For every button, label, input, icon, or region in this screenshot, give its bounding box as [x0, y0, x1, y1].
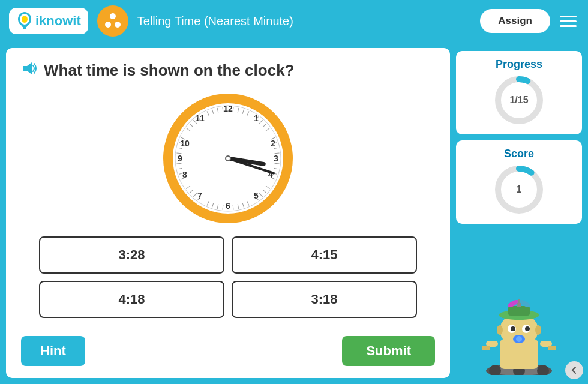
- menu-button[interactable]: [557, 13, 579, 29]
- score-label: Score: [504, 148, 534, 160]
- mascot-area: [477, 230, 561, 375]
- svg-text:9: 9: [178, 154, 182, 163]
- svg-rect-5: [23, 27, 26, 29]
- svg-point-7: [105, 22, 111, 28]
- question-text: What time is shown on the clock?: [44, 61, 295, 80]
- svg-rect-93: [508, 306, 530, 316]
- svg-point-8: [115, 22, 121, 28]
- hint-button[interactable]: Hint: [21, 336, 85, 366]
- svg-text:3: 3: [274, 154, 278, 163]
- svg-point-103: [516, 336, 522, 342]
- analog-clock: 12 1 2 3 4 5 6 7 8 9 10 11: [162, 92, 294, 224]
- activity-icon: [97, 5, 128, 37]
- answer-button-4[interactable]: 3:18: [232, 281, 417, 318]
- svg-text:12: 12: [223, 104, 233, 113]
- answer-button-1[interactable]: 3:28: [39, 236, 224, 274]
- menu-line-2: [560, 20, 577, 22]
- question-row: What time is shown on the clock?: [21, 60, 435, 80]
- svg-point-76: [226, 157, 230, 160]
- sound-icon[interactable]: [21, 60, 38, 80]
- svg-text:5: 5: [254, 191, 259, 200]
- answer-button-2[interactable]: 4:15: [232, 236, 417, 274]
- score-ring: 1: [492, 163, 546, 217]
- svg-text:1: 1: [254, 113, 259, 123]
- svg-text:6: 6: [226, 201, 230, 211]
- clock-container: 12 1 2 3 4 5 6 7 8 9 10 11: [21, 92, 435, 224]
- activity-title: Telling Time (Nearest Minute): [137, 14, 472, 28]
- svg-point-105: [535, 325, 541, 335]
- progress-label: Progress: [496, 58, 542, 71]
- svg-point-6: [110, 13, 116, 19]
- left-panel: What time is shown on the clock? 12 1 2 …: [6, 48, 450, 378]
- assign-button[interactable]: Assign: [480, 9, 550, 33]
- svg-rect-88: [482, 346, 490, 350]
- menu-line-3: [560, 25, 577, 27]
- submit-button[interactable]: Submit: [342, 336, 435, 366]
- progress-ring: 1/15: [492, 73, 546, 127]
- answers-grid: 3:28 4:15 4:18 3:18: [39, 236, 417, 318]
- back-arrow-button[interactable]: [565, 361, 583, 379]
- back-arrow-icon: [569, 365, 579, 375]
- svg-point-4: [22, 16, 28, 23]
- header: iknowit Telling Time (Nearest Minute) As…: [0, 0, 588, 42]
- score-value: 1: [517, 184, 522, 195]
- svg-text:11: 11: [195, 113, 205, 123]
- svg-point-101: [525, 326, 530, 331]
- main-area: What time is shown on the clock? 12 1 2 …: [0, 42, 588, 384]
- header-right: Assign: [480, 9, 579, 33]
- logo: iknowit: [9, 8, 88, 34]
- answer-button-3[interactable]: 4:18: [39, 281, 224, 318]
- activity-dots-icon: [102, 10, 124, 32]
- logo-icon: [16, 11, 33, 31]
- svg-rect-97: [518, 299, 520, 305]
- svg-rect-90: [548, 346, 556, 350]
- score-widget: Score 1: [456, 140, 582, 224]
- menu-line-1: [560, 16, 577, 17]
- mascot-icon: [477, 282, 561, 375]
- svg-point-100: [511, 326, 515, 331]
- progress-value: 1/15: [509, 95, 528, 106]
- svg-marker-9: [23, 62, 32, 74]
- svg-text:8: 8: [182, 170, 187, 179]
- logo-text: iknowit: [35, 13, 81, 29]
- right-panel: Progress 1/15 Score 1: [456, 48, 582, 378]
- bottom-row: Hint Submit: [21, 327, 435, 366]
- speaker-icon: [21, 60, 38, 77]
- progress-widget: Progress 1/15: [456, 51, 582, 134]
- svg-rect-1: [22, 25, 27, 27]
- svg-point-104: [497, 325, 503, 335]
